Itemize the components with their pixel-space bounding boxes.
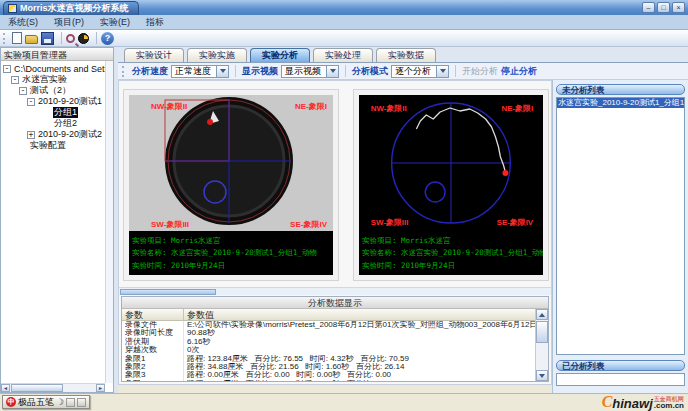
tree-item-test-group[interactable]: - 测试（2） <box>19 85 113 96</box>
scroll-thumb[interactable] <box>11 384 63 392</box>
collapse-icon[interactable]: - <box>11 76 19 84</box>
ime-option-button[interactable] <box>66 398 75 407</box>
tree-item-group2[interactable]: 分组2 <box>43 118 113 129</box>
project-manager-panel: 实验项目管理器 - C:\Documents and Settings\Adm … <box>0 47 114 393</box>
experiment-time-text: 实验时间: 2010年9月24日 <box>132 261 330 270</box>
table-row[interactable]: 录像时间长度 90.88秒 <box>122 329 535 337</box>
close-button[interactable]: × <box>672 2 685 13</box>
tree-item-test2[interactable]: + 2010-9-20测试2（2） <box>27 129 113 140</box>
tree-item-experiment[interactable]: - 水迷宫实验 <box>11 74 113 85</box>
table-row[interactable]: 象限4 路程: 3.06厘米 百分比: 1.89 时间: 0.24秒 百分比: … <box>122 380 535 381</box>
table-header: 参数 参数值 <box>122 309 548 321</box>
chevron-down-icon[interactable] <box>216 66 228 77</box>
tab-analysis[interactable]: 实验分析 <box>250 48 310 62</box>
speed-label: 分析速度 <box>132 65 168 78</box>
analyzed-list-header[interactable]: 已分析列表 <box>556 360 685 371</box>
menu-system[interactable]: 系统(S) <box>8 16 38 29</box>
save-icon[interactable] <box>41 32 54 45</box>
table-row[interactable]: 象限3 路程: 0.00厘米 百分比: 0.00 时间: 0.00秒 百分比: … <box>122 371 535 379</box>
new-icon[interactable] <box>12 32 22 44</box>
help-icon[interactable]: ? <box>101 32 114 45</box>
ime-language-icon[interactable]: 中 <box>6 397 16 407</box>
column-parameter[interactable]: 参数 <box>122 309 184 320</box>
chevron-down-icon[interactable] <box>326 66 338 77</box>
analyze-icon[interactable] <box>66 34 75 43</box>
collapse-icon[interactable]: - <box>19 87 27 95</box>
ime-name[interactable]: 极品五笔 <box>18 396 54 409</box>
camera-info-overlay: 实验项目: Morris水迷宫 实验名称: 水迷宫实验_2010-9-20测试1… <box>129 231 333 275</box>
open-folder-icon[interactable] <box>25 35 38 44</box>
menu-project[interactable]: 项目(P) <box>54 16 84 29</box>
chevron-down-icon[interactable] <box>436 66 448 77</box>
analysis-data-panel: 分析数据显示 参数 参数值 录像文件 E:\公司软件\实验录像\morris\P… <box>121 296 549 382</box>
main-toolbar: ? <box>0 30 688 47</box>
speed-select[interactable]: 正常速度 <box>171 65 229 78</box>
scroll-thumb[interactable] <box>536 321 548 343</box>
table-row[interactable]: 象限1 路程: 123.84厘米 百分比: 76.55 时间: 4.32秒 百分… <box>122 355 535 363</box>
trajectory-info-overlay: 实验项目: Morris水迷宫 实验名称: 水迷宫实验_2010-9-20测试1… <box>359 231 543 275</box>
table-row[interactable]: 象限2 路程: 34.88厘米 百分比: 21.56 时间: 1.60秒 百分比… <box>122 363 535 371</box>
table-row[interactable]: 录像文件 E:\公司软件\实验录像\morris\Pretest_2008年6月… <box>122 321 535 329</box>
scroll-right-icon[interactable]: ► <box>96 384 105 392</box>
mode-select[interactable]: 逐个分析 <box>391 65 449 78</box>
video-area-horizontal-scrollbar[interactable] <box>119 287 551 295</box>
list-item[interactable]: 水迷宫实验_2010-9-20测试1_分组1_动物 <box>557 98 684 108</box>
window-title-pill: Morris水迷宫视频分析系统 <box>3 1 139 15</box>
table-vertical-scrollbar[interactable] <box>535 309 548 381</box>
experiment-project-text: 实验项目: Morris水迷宫 <box>362 236 540 245</box>
close-icon: × <box>676 4 680 11</box>
expand-icon[interactable]: + <box>27 131 35 139</box>
tab-strip: 实验设计 实验实施 实验分析 实验处理 实验数据 <box>118 47 688 63</box>
maximize-icon: □ <box>661 4 665 11</box>
project-manager-title: 实验项目管理器 <box>1 48 113 61</box>
experiment-project-text: 实验项目: Morris水迷宫 <box>132 236 330 245</box>
watermark-logo-c: C <box>602 394 613 410</box>
trajectory-video-frame: NW-象限II NE-象限I SW-象限III SE-象限IV <box>359 95 543 231</box>
scroll-thumb[interactable] <box>120 289 216 295</box>
stop-analysis-icon[interactable] <box>78 33 89 44</box>
experiment-name-text: 实验名称: 水迷宫实验_2010-9-20测试1_分组1_动物 <box>362 248 540 257</box>
minimize-button[interactable]: – <box>642 2 655 13</box>
stop-analysis-button[interactable]: 停止分析 <box>501 65 537 78</box>
tree-item-config[interactable]: 实验配置 <box>19 140 113 151</box>
title-bar: Morris水迷宫视频分析系统 – □ × <box>0 0 688 15</box>
tree-item-root[interactable]: - C:\Documents and Settings\Adm <box>3 63 113 74</box>
ime-keyboard-button[interactable] <box>77 398 86 407</box>
ne-quadrant-label: NE-象限I <box>295 102 327 111</box>
status-bar <box>0 393 688 411</box>
tree-vertical-scrollbar[interactable] <box>105 61 113 383</box>
collapse-icon[interactable]: - <box>27 98 35 106</box>
tree-item-test1[interactable]: - 2010-9-20测试1（2） <box>27 96 113 107</box>
tab-data[interactable]: 实验数据 <box>376 48 436 62</box>
tab-processing[interactable]: 实验处理 <box>313 48 373 62</box>
column-value[interactable]: 参数值 <box>184 309 548 320</box>
toolbar-grip <box>3 33 6 44</box>
tab-design[interactable]: 实验设计 <box>124 48 184 62</box>
window-title: Morris水迷宫视频分析系统 <box>20 2 129 15</box>
menu-experiment[interactable]: 实验(E) <box>100 16 130 29</box>
tree-horizontal-scrollbar[interactable]: ◄ ► <box>1 383 105 392</box>
tab-implementation[interactable]: 实验实施 <box>187 48 247 62</box>
toolbar-separator <box>61 32 62 44</box>
table-body: 录像文件 E:\公司软件\实验录像\morris\Pretest_2008年6月… <box>122 321 535 381</box>
scroll-up-icon[interactable] <box>536 309 548 320</box>
table-row[interactable]: 穿越次数 0次 <box>122 346 535 354</box>
maximize-button[interactable]: □ <box>657 2 670 13</box>
unanalyzed-list-header[interactable]: 未分析列表 <box>556 84 685 95</box>
maze-trajectory-view: NW-象限II NE-象限I SW-象限III SE-象限IV <box>359 95 543 231</box>
maze-camera-view: NW-象限II NE-象限I SW-象限III SE-象限IV <box>129 95 333 231</box>
display-video-label: 显示视频 <box>242 65 278 78</box>
nw-quadrant-label: NW-象限II <box>371 104 407 113</box>
analyzed-listbox <box>556 373 685 386</box>
analysis-lists-sidebar: 未分析列表 水迷宫实验_2010-9-20测试1_分组1_动物 已分析列表 <box>552 80 688 393</box>
scroll-left-icon[interactable]: ◄ <box>1 384 10 392</box>
moon-icon[interactable]: ☽ <box>56 397 64 407</box>
scroll-down-icon[interactable] <box>536 370 548 381</box>
display-video-select[interactable]: 显示视频 <box>281 65 339 78</box>
table-row[interactable]: 潜伏期 6.16秒 <box>122 338 535 346</box>
tree-item-group1[interactable]: 分组1 <box>43 107 113 118</box>
sw-quadrant-label: SW-象限III <box>371 218 409 227</box>
collapse-icon[interactable]: - <box>3 65 11 73</box>
ime-bar[interactable]: 中 极品五笔 ☽ <box>2 395 90 409</box>
menu-indicators[interactable]: 指标 <box>146 16 164 29</box>
